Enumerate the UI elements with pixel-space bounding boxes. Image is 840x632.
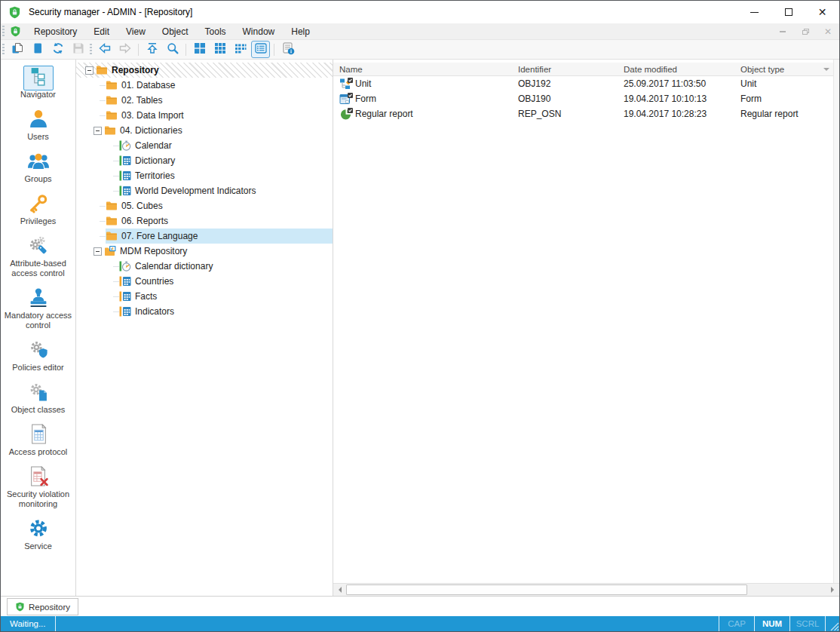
menu-help[interactable]: Help: [283, 23, 318, 39]
sidebar-item-navigator[interactable]: Navigator: [2, 67, 75, 100]
tree-item-facts[interactable]: Facts: [76, 289, 333, 304]
mac-icon: [27, 287, 50, 310]
tree-item-label: 03. Data Import: [121, 110, 184, 121]
expander-minus-icon[interactable]: [85, 66, 94, 75]
sidebar-item-groups[interactable]: Groups: [2, 152, 75, 184]
up-level-button[interactable]: [143, 41, 161, 58]
object-type-cell: Form: [734, 94, 833, 104]
toolbar-grip[interactable]: [90, 44, 92, 55]
tree-indent: [82, 168, 113, 183]
sidebar-item-attribute-based-access-control[interactable]: Attribute-based access control: [2, 236, 75, 278]
toolbar-grip[interactable]: [2, 44, 5, 55]
tree-item-world-development-indicators[interactable]: World Development Indicators: [76, 183, 333, 198]
sidebar-item-policies-editor[interactable]: Policies editor: [2, 340, 75, 373]
tree-indent: [82, 198, 100, 213]
menu-tools[interactable]: Tools: [197, 23, 235, 39]
horizontal-scrollbar[interactable]: [333, 583, 839, 596]
large-icons-view-button[interactable]: [190, 41, 209, 58]
tree-item-mdm-repository[interactable]: MDM Repository: [76, 244, 333, 259]
scroll-left-button[interactable]: [334, 584, 345, 595]
tree-item-label: 05. Cubes: [121, 201, 163, 211]
column-header-date-modified[interactable]: Date modified: [618, 65, 734, 74]
object-row-regular-report[interactable]: Regular reportREP_OSN19.04.2017 10:28:23…: [333, 106, 833, 121]
small-icons-view-button[interactable]: [210, 41, 229, 58]
minimize-button[interactable]: [737, 1, 771, 23]
vertical-scrollbar[interactable]: [833, 60, 839, 583]
properties-button[interactable]: [278, 41, 297, 58]
tab-shield-icon: [15, 602, 25, 612]
sidebar-item-mandatory-access-control[interactable]: Mandatory access control: [2, 288, 75, 330]
column-header-identifier[interactable]: Identifier: [512, 65, 618, 74]
mdi-minimize-icon: [780, 31, 786, 32]
list-view-button[interactable]: [231, 41, 250, 58]
menu-edit[interactable]: Edit: [85, 23, 118, 39]
scroll-right-button[interactable]: [827, 584, 838, 595]
search-button[interactable]: [163, 41, 182, 58]
menu-repository[interactable]: Repository: [26, 23, 85, 39]
tree-item-body: 07. Fore Language: [106, 229, 333, 244]
sidebar-item-service[interactable]: Service: [2, 519, 75, 551]
sidebar-item-object-classes[interactable]: Object classes: [2, 382, 75, 415]
tree-item-05-cubes[interactable]: 05. Cubes: [76, 198, 333, 213]
mdi-close-button[interactable]: ✕: [823, 27, 833, 36]
tree-item-indicators[interactable]: Indicators: [76, 304, 333, 319]
tree-item-label: Calendar dictionary: [135, 261, 213, 272]
column-chooser-button[interactable]: [820, 64, 832, 75]
menu-view[interactable]: View: [118, 23, 154, 39]
copy-object-button[interactable]: [8, 41, 26, 58]
sidebar-item-security-violation-monitoring[interactable]: Security violation monitoring: [2, 467, 75, 509]
tree-item-body: Dictionary: [119, 153, 333, 168]
close-button[interactable]: ✕: [805, 1, 839, 23]
regular-report-icon: [339, 108, 353, 120]
tree-connector: [113, 176, 119, 176]
tree-item-07-fore-language[interactable]: 07. Fore Language: [76, 229, 333, 244]
window-title: Security manager - ADMIN - [Repository]: [29, 7, 192, 17]
mdi-restore-button[interactable]: [800, 27, 811, 36]
expander-minus-icon[interactable]: [94, 247, 102, 256]
object-row-unit[interactable]: UnitOBJ19225.09.2017 11:03:50Unit: [333, 76, 833, 91]
refresh-button[interactable]: [48, 41, 67, 58]
tree-connector: [113, 146, 119, 146]
save-icon: [72, 41, 85, 57]
sidebar-item-users[interactable]: Users: [2, 109, 75, 142]
tree-item-repository[interactable]: Repository: [76, 63, 333, 78]
app-shield-icon: [8, 6, 21, 19]
tree-item-04-dictionaries[interactable]: 04. Dictionaries: [76, 123, 333, 138]
sidebar-item-label: Groups: [24, 174, 51, 184]
object-type-cell: Unit: [734, 78, 833, 89]
sidebar-item-privileges[interactable]: Privileges: [2, 194, 75, 226]
close-icon: ✕: [818, 7, 827, 17]
tree-item-06-reports[interactable]: 06. Reports: [76, 213, 333, 229]
menubar-grip[interactable]: [2, 26, 5, 37]
back-button[interactable]: [95, 41, 114, 58]
details-view-button[interactable]: [251, 41, 270, 58]
column-header-object-type[interactable]: Object type: [734, 65, 833, 74]
scrollbar-thumb[interactable]: [346, 584, 747, 595]
tree-item-dictionary[interactable]: Dictionary: [76, 153, 333, 168]
mdi-minimize-button[interactable]: [777, 27, 788, 36]
tab-repository[interactable]: Repository: [7, 598, 78, 615]
tree-connector: [113, 191, 119, 192]
menu-window[interactable]: Window: [235, 23, 284, 39]
maximize-button[interactable]: [771, 1, 805, 23]
menu-object[interactable]: Object: [154, 23, 197, 39]
create-object-button[interactable]: [28, 41, 47, 58]
object-row-form[interactable]: FormOBJ19019.04.2017 10:10:13Form: [333, 91, 833, 106]
tree-item-calendar[interactable]: Calendar: [76, 138, 333, 153]
tree-item-01-database[interactable]: 01. Database: [76, 78, 333, 93]
column-header-name[interactable]: Name: [333, 65, 512, 74]
tree-item-countries[interactable]: Countries: [76, 274, 333, 289]
tree-item-body: World Development Indicators: [119, 183, 333, 198]
resize-grip[interactable]: [826, 616, 839, 631]
tree-indent: [82, 289, 113, 304]
tree-item-02-tables[interactable]: 02. Tables: [76, 93, 333, 108]
sidebar: NavigatorUsersGroupsPrivilegesAttribute-…: [1, 60, 76, 596]
folder-icon: [106, 94, 118, 106]
mdm-folder-icon: [104, 245, 116, 257]
expander-minus-icon[interactable]: [94, 127, 102, 135]
tree-item-03-data-import[interactable]: 03. Data Import: [76, 108, 333, 123]
tree-item-territories[interactable]: Territories: [76, 168, 333, 183]
status-bar: Waiting... CAPNUMSCRL: [1, 616, 839, 631]
sidebar-item-access-protocol[interactable]: Access protocol: [2, 425, 75, 457]
tree-item-calendar-dictionary[interactable]: Calendar dictionary: [76, 259, 333, 274]
